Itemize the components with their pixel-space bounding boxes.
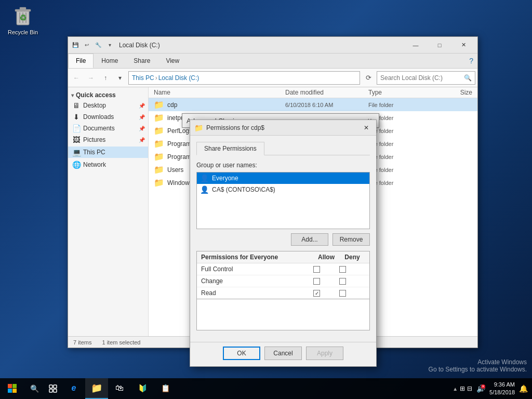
sidebar-section-quickaccess: ▾ Quick access 🖥 Desktop 📌 ⬇ Downloads 📌: [68, 89, 148, 145]
tab-share-permissions[interactable]: Share Permissions: [196, 142, 264, 155]
ok-btn[interactable]: OK: [223, 347, 260, 360]
perm-row-fullcontrol: Full Control: [197, 263, 369, 275]
folder-icon: 📁: [154, 165, 164, 175]
desktop-icon: 🖥: [72, 101, 81, 110]
user-name-cas: CA$ (CONTOSO\CA$): [212, 186, 275, 193]
properties-btn[interactable]: 🔧: [93, 40, 103, 50]
sidebar-item-downloads[interactable]: ⬇ Downloads 📌: [68, 111, 148, 123]
clock-time: 9:36 AM: [489, 381, 515, 389]
permissions-table: Permissions for Everyone Allow Deny Full…: [196, 251, 370, 299]
dialog-body: Share Permissions Group or user names: 👤…: [190, 136, 376, 342]
user-item-everyone[interactable]: 👤 Everyone: [197, 172, 369, 184]
col-name[interactable]: Name: [154, 89, 285, 96]
perm-change-allow-checkbox[interactable]: [313, 278, 320, 285]
path-thispc[interactable]: This PC: [132, 74, 154, 82]
quick-access-toolbar: 💾 ↩ 🔧 ▾: [70, 40, 115, 50]
taskbar: 🔍 e 📁 🛍 🔰 📋 ▲ ⊞ ⊟ 🔊✕ 9:36 AM: [0, 378, 532, 399]
pictures-icon: 🖼: [72, 136, 81, 144]
perm-change-deny-checkbox[interactable]: [339, 278, 346, 285]
task-view-btn[interactable]: [44, 378, 62, 399]
forward-btn[interactable]: →: [85, 72, 97, 84]
taskbar-apps: e 📁 🛍 🔰 📋: [62, 378, 177, 399]
folder-icon: 📁: [154, 139, 164, 149]
tray-layout-icon[interactable]: ⊞: [460, 385, 465, 392]
pin-icon-2: 📌: [139, 114, 145, 120]
quick-save-btn[interactable]: 💾: [70, 40, 81, 50]
add-btn[interactable]: Add...: [291, 233, 328, 246]
col-type[interactable]: Type: [368, 89, 431, 96]
dialog-close-btn[interactable]: ✕: [361, 122, 372, 134]
tray-layout-icon-2[interactable]: ⊟: [467, 385, 472, 392]
maximize-btn[interactable]: □: [428, 37, 451, 54]
remove-btn[interactable]: Remove: [332, 233, 370, 246]
perm-name-change: Change: [201, 277, 313, 285]
taskbar-special[interactable]: 🔰: [131, 378, 154, 399]
sidebar-header-quickaccess[interactable]: ▾ Quick access: [68, 89, 148, 100]
up-btn[interactable]: ↑: [99, 72, 112, 84]
taskbar-file-explorer[interactable]: 📁: [85, 378, 108, 399]
tab-share[interactable]: Share: [126, 54, 158, 68]
window-title: Local Disk (C:): [117, 42, 404, 49]
taskbar-clock[interactable]: 9:36 AM 5/18/2018: [489, 381, 515, 397]
tab-view[interactable]: View: [158, 54, 187, 68]
users-list-box[interactable]: 👤 Everyone 👤 CA$ (CONTOSO\CA$): [196, 172, 370, 229]
search-box[interactable]: 🔍: [377, 71, 475, 85]
dialog-footer: OK Cancel Apply: [190, 342, 376, 366]
dialog-title: Permissions for cdp$: [206, 124, 361, 131]
taskbar-powershell[interactable]: 📋: [154, 378, 177, 399]
perm-read-allow-checkbox[interactable]: ✓: [313, 290, 320, 297]
address-path[interactable]: This PC › Local Disk (C:): [128, 71, 360, 85]
svg-rect-8: [12, 384, 17, 388]
taskbar-search-btn[interactable]: 🔍: [25, 378, 44, 399]
perm-fullcontrol-allow-checkbox[interactable]: [313, 266, 320, 273]
taskbar-store[interactable]: 🛍: [108, 378, 131, 399]
close-btn[interactable]: ✕: [451, 37, 475, 54]
back-btn[interactable]: ←: [70, 72, 83, 84]
tray-arrow[interactable]: ▲: [453, 386, 458, 392]
recycle-bin-icon[interactable]: ♻ Recycle Bin: [4, 4, 42, 35]
path-localdisk[interactable]: Local Disk (C:): [158, 74, 200, 82]
desktop: ♻ Recycle Bin Activate Windows Go to Set…: [0, 0, 532, 399]
perm-fullcontrol-deny-checkbox[interactable]: [339, 266, 346, 273]
user-icon-cas: 👤: [200, 185, 209, 194]
start-button[interactable]: [0, 378, 25, 399]
activate-watermark: Activate Windows Go to Settings to activ…: [429, 358, 527, 373]
sidebar-item-network[interactable]: 🌐 Network: [68, 159, 148, 170]
perm-row-read: Read ✓: [197, 287, 369, 299]
user-item-cas[interactable]: 👤 CA$ (CONTOSO\CA$): [197, 184, 369, 195]
users-section-label: Group or user names:: [196, 162, 370, 169]
dropdown-btn[interactable]: ▾: [104, 40, 115, 50]
sidebar-item-pictures[interactable]: 🖼 Pictures 📌: [68, 134, 148, 145]
sidebar-item-documents[interactable]: 📄 Documents 📌: [68, 123, 148, 134]
cancel-btn[interactable]: Cancel: [264, 347, 302, 360]
search-icon[interactable]: 🔍: [464, 74, 472, 82]
sidebar-section-network: 🌐 Network: [68, 159, 148, 170]
perms-extra-space: [196, 299, 370, 330]
window-controls: — □ ✕: [404, 37, 475, 54]
tab-file[interactable]: File: [68, 54, 94, 68]
recent-btn[interactable]: ▾: [114, 72, 126, 84]
no-network-icon[interactable]: 🔊✕: [476, 384, 485, 393]
minimize-btn[interactable]: —: [404, 37, 428, 54]
undo-btn[interactable]: ↩: [82, 40, 92, 50]
notification-btn[interactable]: 🔔: [519, 384, 528, 393]
apply-btn[interactable]: Apply: [306, 347, 343, 360]
thispc-icon: 💻: [72, 148, 81, 156]
downloads-icon: ⬇: [72, 113, 81, 121]
svg-rect-7: [8, 384, 12, 388]
col-size[interactable]: Size: [431, 89, 472, 96]
sidebar-item-thispc[interactable]: 💻 This PC: [68, 147, 148, 158]
taskbar-ie[interactable]: e: [62, 378, 85, 399]
quick-access-label: Quick access: [76, 91, 116, 99]
col-date[interactable]: Date modified: [285, 89, 368, 96]
svg-rect-10: [12, 389, 17, 393]
table-row[interactable]: 📁 cdp 6/10/2018 6:10 AM File folder: [149, 98, 477, 111]
refresh-btn[interactable]: ⟳: [362, 72, 375, 84]
sidebar-item-desktop[interactable]: 🖥 Desktop 📌: [68, 100, 148, 111]
help-btn[interactable]: ?: [465, 54, 477, 68]
svg-rect-13: [49, 389, 52, 392]
tab-home[interactable]: Home: [94, 54, 126, 68]
perm-read-deny-checkbox[interactable]: [339, 290, 346, 297]
search-input[interactable]: [380, 74, 464, 82]
documents-icon: 📄: [72, 124, 81, 132]
